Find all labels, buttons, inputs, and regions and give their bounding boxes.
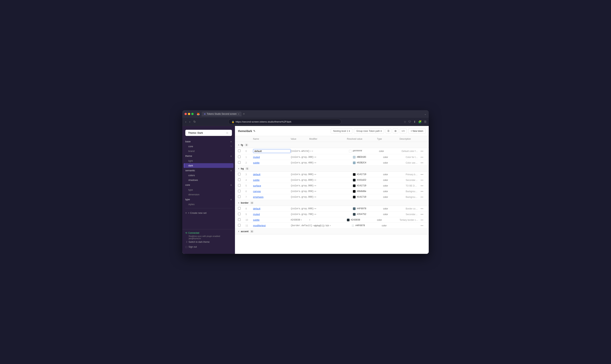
row-checkbox[interactable] [238, 207, 241, 210]
row-checkbox[interactable] [238, 173, 241, 175]
checkbox-cell[interactable] [238, 173, 245, 176]
create-new-set-button[interactable]: + + Create new set [182, 210, 235, 216]
row-checkbox[interactable] [238, 190, 241, 192]
name-cell[interactable]: surface [253, 184, 291, 187]
sidebar-item-styles[interactable]: styles … [184, 202, 233, 207]
name-link[interactable]: muted [253, 156, 260, 158]
sidebar-item-brand[interactable]: brand … [184, 149, 233, 153]
name-link[interactable]: modifiertest [253, 224, 266, 227]
modifier-dropdown-arrow[interactable]: ▾ [315, 196, 316, 198]
sidebar-group-semantic[interactable]: semantic ∧ [184, 168, 233, 173]
collapse-border-icon[interactable]: ∧ [238, 202, 239, 204]
more-actions-button[interactable]: ••• [418, 150, 426, 153]
row-checkbox[interactable] [238, 224, 241, 227]
nesting-level-button[interactable]: Nesting level 1 ▾ [331, 129, 352, 134]
name-link[interactable]: subtle [253, 219, 260, 221]
name-link[interactable]: emphasis [253, 195, 264, 198]
checkbox-cell[interactable] [238, 156, 245, 159]
checkbox-cell[interactable] [238, 224, 245, 227]
sidebar-group-core[interactable]: core ∧ [184, 182, 233, 187]
name-cell[interactable]: subtle [253, 179, 291, 182]
edit-icon[interactable]: ✎ [253, 130, 255, 132]
active-tab[interactable]: ⊞ Tokens Studio Second screen ✕ [202, 112, 241, 116]
row-checkbox[interactable] [238, 178, 241, 181]
tab-close-icon[interactable]: ✕ [238, 113, 239, 115]
checkbox-cell[interactable] [238, 218, 245, 221]
modifier-dropdown-arrow[interactable]: ▾ [315, 213, 316, 215]
more-actions-button[interactable]: ••• [418, 219, 426, 221]
group-accent[interactable]: ∧ accent 6 [235, 228, 429, 234]
modifier-dropdown-arrow[interactable]: ▾ [315, 190, 316, 192]
collapse-bg-icon[interactable]: ∧ [238, 168, 239, 169]
group-fg[interactable]: ∧ fg 3 [235, 142, 429, 148]
checkbox-cell[interactable] [238, 178, 245, 182]
code-view-button[interactable]: </> [400, 128, 407, 134]
extensions-icon[interactable]: 🧩 [418, 120, 422, 124]
group-rows-button[interactable]: Group rows Token path ▾ [354, 129, 384, 134]
name-link[interactable]: default [253, 207, 260, 210]
modifier-dropdown-arrow[interactable]: ▾ [315, 162, 316, 164]
group-bg[interactable]: ∧ bg 5 [235, 166, 429, 172]
more-actions-button[interactable]: ••• [418, 213, 426, 216]
checkbox-cell[interactable] [238, 149, 245, 153]
name-link[interactable]: default [253, 173, 260, 176]
close-button[interactable] [185, 113, 187, 115]
sidebar-group-type[interactable]: type ∧ [184, 197, 233, 202]
more-actions-button[interactable]: ••• [418, 173, 426, 176]
group-border[interactable]: ∧ border 4 [235, 200, 429, 206]
url-bar[interactable]: 🔒 https://second-screen.tokens.studio/th… [228, 119, 341, 124]
row-checkbox[interactable] [238, 161, 241, 164]
row-checkbox[interactable] [238, 195, 241, 198]
modifier-dropdown-arrow[interactable]: ▾ [315, 185, 316, 187]
name-link[interactable]: surface [253, 184, 261, 187]
sidebar-item-colors[interactable]: colors [184, 173, 233, 178]
name-cell[interactable]: muted [253, 213, 291, 216]
switch-theme-button[interactable]: ☽ Switch to dark theme [185, 240, 232, 244]
name-cell[interactable] [253, 149, 291, 153]
name-link[interactable]: muted [253, 213, 260, 216]
download-icon[interactable]: ⬇ [413, 120, 416, 124]
new-token-button[interactable]: + New token [408, 129, 426, 134]
more-actions-button[interactable]: ••• [418, 156, 426, 159]
theme-button[interactable]: Theme: Dark |← [185, 130, 232, 136]
modifier-dropdown-arrow[interactable]: ▾ [315, 156, 316, 158]
more-actions-button[interactable]: ••• [418, 161, 426, 164]
modifier-dropdown-arrow[interactable]: ▾ [330, 224, 331, 227]
value-dropdown-arrow[interactable]: ▾ [301, 219, 302, 221]
name-link[interactable]: canvas [253, 190, 261, 193]
sidebar-item-core[interactable]: core ↷ [184, 144, 233, 149]
modifier-dropdown-arrow[interactable]: ▾ [309, 219, 310, 221]
modifier-dropdown-arrow[interactable]: ▾ [312, 150, 313, 152]
row-checkbox[interactable] [238, 156, 241, 158]
sidebar-group-base[interactable]: base ∧ [184, 139, 233, 144]
row-checkbox[interactable] [238, 218, 241, 221]
grid-view-button[interactable]: ⊞ [393, 128, 398, 134]
sidebar-item-type[interactable]: type … [184, 187, 233, 192]
modifier-dropdown-arrow[interactable]: ▾ [315, 173, 316, 175]
minimize-button[interactable] [188, 113, 190, 115]
more-actions-button[interactable]: ••• [418, 224, 426, 227]
name-link[interactable]: subtle [253, 161, 260, 164]
maximize-button[interactable] [191, 113, 194, 115]
name-cell[interactable]: emphasis [253, 195, 291, 198]
name-cell[interactable]: default [253, 173, 291, 176]
sidebar-item-dark[interactable]: dark [184, 163, 233, 168]
name-cell[interactable]: modifiertest [253, 224, 291, 227]
sign-out-button[interactable]: ⬚ Sign out [185, 244, 232, 249]
name-cell[interactable]: subtle [253, 161, 291, 164]
new-tab-button[interactable]: + [241, 112, 246, 116]
collapse-accent-icon[interactable]: ∧ [238, 230, 239, 232]
more-actions-button[interactable]: ••• [418, 190, 426, 193]
name-cell[interactable]: muted [253, 156, 291, 158]
back-button[interactable]: ‹ [185, 119, 187, 124]
collapse-fg-icon[interactable]: ∧ [238, 144, 239, 146]
modifier-dropdown-arrow[interactable]: ▾ [315, 208, 316, 210]
sidebar-item-light[interactable]: light … [184, 158, 233, 163]
more-actions-button[interactable]: ••• [418, 195, 426, 198]
name-input[interactable] [253, 149, 291, 153]
row-checkbox[interactable] [238, 149, 241, 152]
list-view-button[interactable]: ☰ [386, 128, 391, 134]
checkbox-cell[interactable] [238, 213, 245, 216]
bookmark-icon[interactable]: ☆ [404, 120, 406, 124]
name-cell[interactable]: default [253, 207, 291, 210]
